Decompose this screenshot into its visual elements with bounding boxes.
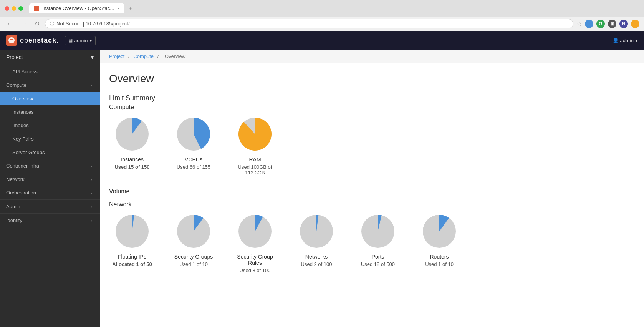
sidebar-item-label: Orchestration	[6, 190, 36, 196]
tab-favicon	[34, 6, 39, 11]
ports-sublabel: Used 18 of 500	[361, 261, 395, 267]
openstack-logo: openstack.	[6, 35, 59, 46]
back-button[interactable]: ←	[5, 20, 15, 28]
user-profile-icon[interactable]: N	[619, 20, 628, 28]
sidebar-item-identity[interactable]: Identity ›	[0, 214, 100, 227]
identity-arrow-icon: ›	[91, 218, 92, 223]
networks-sublabel: Used 2 of 100	[301, 261, 332, 267]
vcpus-pie	[176, 117, 211, 153]
instances-sublabel: Used 15 of 150	[114, 164, 149, 170]
project-chevron: ▾	[91, 54, 94, 60]
container-infra-arrow-icon: ›	[91, 164, 92, 168]
user-label: admin	[620, 38, 634, 43]
user-icon: 👤	[613, 38, 619, 43]
close-window-button[interactable]	[5, 6, 9, 11]
security-groups-sublabel: Used 1 of 10	[179, 261, 208, 267]
project-section-label: Project	[6, 54, 23, 60]
browser-tab[interactable]: Instance Overview - OpenStac... ×	[29, 3, 124, 13]
floating-ips-sublabel: Allocated 1 of 50	[112, 261, 152, 267]
sidebar-item-label: Admin	[6, 204, 20, 209]
sidebar-item-server-groups[interactable]: Server Groups	[0, 146, 100, 159]
vcpus-sublabel: Used 66 of 155	[177, 164, 210, 170]
chart-vcpus: VCPUs Used 66 of 155	[171, 117, 217, 176]
minimize-window-button[interactable]	[12, 6, 16, 11]
project-dropdown-icon: ▾	[89, 38, 92, 43]
routers-sublabel: Used 1 of 10	[425, 261, 454, 267]
logo-svg	[8, 37, 15, 44]
chart-security-groups: Security Groups Used 1 of 10	[171, 214, 217, 273]
networks-pie	[299, 214, 334, 250]
security-icon: ⓘ	[50, 21, 54, 27]
security-group-rules-label: Security Group Rules	[232, 254, 278, 266]
user-menu[interactable]: 👤 admin ▾	[613, 38, 638, 43]
volume-section: Volume	[109, 188, 635, 195]
breadcrumb-compute[interactable]: Compute	[133, 53, 154, 59]
network-arrow-icon: ›	[91, 177, 92, 182]
compute-arrow-icon: ›	[91, 83, 92, 88]
ports-label: Ports	[372, 254, 384, 260]
breadcrumb-current: Overview	[165, 53, 185, 59]
sidebar-item-admin[interactable]: Admin ›	[0, 200, 100, 213]
project-selector[interactable]: ▦ admin ▾	[65, 36, 95, 45]
chart-floating-ips: Floating IPs Allocated 1 of 50	[109, 214, 155, 273]
sidebar: Project ▾ API Access Compute › Overview …	[0, 50, 100, 327]
instances-pie	[115, 117, 149, 153]
sidebar-item-network[interactable]: Network ›	[0, 173, 100, 186]
project-section: Project ▾ API Access Compute › Overview …	[0, 50, 100, 200]
sidebar-item-overview[interactable]: Overview	[0, 92, 100, 105]
tab-close-button[interactable]: ×	[117, 6, 119, 11]
sidebar-item-instances[interactable]: Instances	[0, 105, 100, 119]
svg-point-0	[8, 37, 15, 43]
app-body: Project ▾ API Access Compute › Overview …	[0, 50, 644, 327]
floating-ips-pie	[115, 214, 149, 250]
sidebar-item-container-infra[interactable]: Container Infra ›	[0, 159, 100, 173]
forward-button[interactable]: →	[18, 20, 29, 28]
sidebar-item-label: Key Pairs	[12, 136, 34, 142]
add-tab-button[interactable]: +	[129, 5, 132, 12]
address-text: Not Secure | 10.76.6.185/project/	[56, 21, 130, 27]
main-content: Project / Compute / Overview Overview Li…	[100, 50, 644, 327]
sidebar-item-compute[interactable]: Compute ›	[0, 78, 100, 92]
admin-section: Admin ›	[0, 200, 100, 214]
sidebar-item-api-access[interactable]: API Access	[0, 65, 100, 78]
project-section-header[interactable]: Project ▾	[0, 50, 100, 65]
sidebar-item-label: Server Groups	[12, 149, 45, 155]
logo-icon	[6, 35, 17, 46]
window-controls	[5, 6, 23, 11]
sidebar-item-label: Container Infra	[6, 163, 39, 169]
network-charts-row: Floating IPs Allocated 1 of 50 Security …	[109, 214, 635, 273]
networks-label: Networks	[305, 254, 328, 260]
app: openstack. ▦ admin ▾ 👤 admin ▾ Project ▾	[0, 31, 644, 327]
chart-ports: Ports Used 18 of 500	[355, 214, 401, 273]
address-bar[interactable]: ⓘ Not Secure | 10.76.6.185/project/	[45, 19, 573, 28]
sidebar-item-label: Instances	[12, 109, 34, 115]
refresh-button[interactable]: ↻	[32, 19, 42, 28]
sidebar-item-key-pairs[interactable]: Key Pairs	[0, 132, 100, 146]
ram-sublabel: Used 100GB of 113.3GB	[232, 164, 278, 176]
browser-titlebar: Instance Overview - OpenStac... × +	[0, 0, 644, 17]
sidebar-item-label: Network	[6, 176, 25, 182]
breadcrumb-project[interactable]: Project	[109, 53, 124, 59]
ext-icon-3[interactable]: ▣	[608, 20, 616, 28]
admin-arrow-icon: ›	[91, 204, 92, 209]
floating-ips-label: Floating IPs	[118, 254, 146, 260]
security-groups-label: Security Groups	[174, 254, 213, 260]
breadcrumb-sep2: /	[157, 53, 160, 59]
project-selector-label: admin	[74, 38, 88, 43]
sidebar-item-images[interactable]: Images	[0, 119, 100, 132]
security-group-rules-pie	[238, 214, 272, 250]
sidebar-item-label: Overview	[12, 96, 33, 101]
app-header: openstack. ▦ admin ▾ 👤 admin ▾	[0, 31, 644, 50]
ext-icon-1[interactable]	[585, 20, 593, 28]
ext-icon-4[interactable]	[631, 20, 639, 28]
page-title: Overview	[109, 73, 635, 85]
sidebar-item-orchestration[interactable]: Orchestration ›	[0, 186, 100, 199]
app-header-left: openstack. ▦ admin ▾	[6, 35, 96, 46]
bookmark-icon[interactable]: ☆	[576, 20, 582, 27]
logo-text: openstack.	[20, 37, 59, 45]
ext-icon-2[interactable]: G	[596, 20, 605, 28]
tab-title: Instance Overview - OpenStac...	[42, 5, 114, 11]
vcpus-label: VCPUs	[185, 156, 202, 163]
chart-instances: Instances Used 15 of 150	[109, 117, 155, 176]
maximize-window-button[interactable]	[18, 6, 23, 11]
